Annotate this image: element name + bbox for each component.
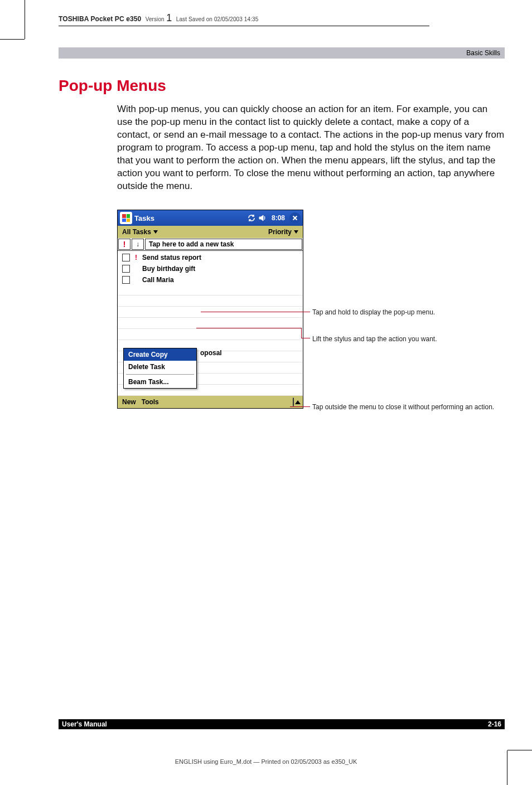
version-label: Version [146, 16, 165, 22]
context-menu: Create Copy Delete Task Beam Task... [123, 348, 197, 389]
caret-up-icon[interactable] [295, 400, 301, 404]
callout-text: Lift the stylus and tap the action you w… [312, 335, 513, 343]
task-row[interactable]: ! Send status report [118, 252, 303, 263]
callout-text: Tap outside the menu to close it without… [312, 403, 513, 412]
category-label: All Tasks [122, 228, 151, 236]
product-name: TOSHIBA Pocket PC e350 [59, 15, 141, 23]
sort-column-header[interactable]: ↓ [132, 239, 144, 250]
filter-bar: All Tasks Priority [118, 226, 303, 238]
footer-left: User's Manual [62, 720, 107, 728]
sort-dropdown[interactable]: Priority [268, 228, 298, 236]
keyboard-icon[interactable] [293, 398, 294, 406]
windows-flag-icon [122, 214, 130, 222]
checkbox-icon[interactable] [122, 265, 130, 273]
checkbox-icon[interactable] [122, 276, 130, 284]
arrow-down-icon: ↓ [136, 240, 139, 248]
footer-page-number: 2-16 [488, 720, 501, 728]
callout-leader-line [301, 338, 310, 338]
crop-mark [0, 39, 25, 40]
chevron-down-icon [153, 230, 158, 234]
menu-item-beam-task[interactable]: Beam Task... [124, 376, 196, 388]
menu-item-create-copy[interactable]: Create Copy [124, 348, 196, 361]
crop-mark [507, 750, 532, 750]
connectivity-icon[interactable] [247, 214, 256, 222]
window-titlebar: Tasks 8:08 [118, 210, 303, 226]
task-label: Send status report [142, 254, 201, 261]
callout-leader-line [196, 328, 301, 328]
checkbox-icon[interactable] [122, 254, 130, 261]
add-task-row: ! ↓ Tap here to add a new task [118, 238, 303, 251]
exclamation-icon: ! [123, 240, 126, 249]
menu-divider [126, 374, 194, 375]
callout-leader-line [301, 328, 302, 338]
priority-icon: ! [133, 254, 139, 261]
tools-menu[interactable]: Tools [142, 398, 159, 406]
section-title-bar: Basic Skills [59, 47, 505, 59]
priority-column-header[interactable]: ! [118, 239, 130, 250]
command-bar: New Tools [118, 396, 303, 408]
version-number: 1 [166, 12, 172, 23]
start-menu-button[interactable] [120, 212, 132, 224]
close-button[interactable] [289, 212, 301, 224]
task-label: Call Maria [142, 276, 174, 284]
body-paragraph: With pop-up menus, you can quickly choos… [117, 103, 505, 193]
crop-mark [507, 750, 507, 785]
menu-item-delete-task[interactable]: Delete Task [124, 361, 196, 373]
callout-leader-line [290, 406, 310, 407]
section-title: Basic Skills [466, 49, 500, 57]
callout-text: Tap and hold to display the pop-up menu. [312, 308, 502, 316]
crop-mark [25, 0, 25, 39]
category-dropdown[interactable]: All Tasks [122, 228, 158, 236]
sort-label: Priority [268, 228, 292, 236]
new-task-input[interactable]: Tap here to add a new task [145, 239, 302, 250]
running-header: TOSHIBA Pocket PC e350 Version 1 Last Sa… [59, 12, 429, 26]
task-row[interactable]: Buy birthday gift [118, 263, 303, 274]
chevron-down-icon [294, 230, 298, 234]
new-button[interactable]: New [122, 398, 136, 406]
page-footer-bar: User's Manual 2-16 [59, 719, 505, 729]
obscured-task-text: oposal [200, 349, 222, 357]
app-title: Tasks [134, 214, 154, 222]
speaker-icon[interactable] [258, 214, 267, 222]
new-task-placeholder: Tap here to add a new task [149, 240, 234, 248]
print-metadata: ENGLISH using Euro_M.dot — Printed on 02… [0, 758, 532, 765]
task-label: Buy birthday gift [142, 265, 195, 273]
task-list-area[interactable]: ! Send status report Buy birthday gift C… [118, 251, 303, 396]
last-saved: Last Saved on 02/05/2003 14:35 [176, 16, 259, 22]
pocketpc-screenshot: Tasks 8:08 All Tasks Priority [117, 210, 304, 409]
page-heading: Pop-up Menus [59, 77, 166, 95]
callout-leader-line [201, 312, 310, 312]
clock-time: 8:08 [272, 214, 285, 222]
task-row[interactable]: Call Maria [118, 274, 303, 285]
